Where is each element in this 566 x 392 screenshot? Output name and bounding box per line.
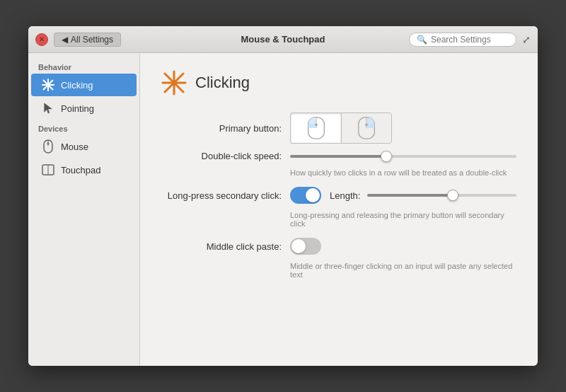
- long-press-row: Long-press secondary click: Length:: [161, 187, 516, 204]
- devices-section-label: Devices: [28, 120, 139, 134]
- mouse-sidebar-icon: [41, 139, 55, 154]
- back-button[interactable]: ◀ All Settings: [54, 33, 121, 47]
- titlebar: ✕ ◀ All Settings Mouse & Touchpad 🔍 ⤢: [28, 26, 538, 53]
- main-window: ✕ ◀ All Settings Mouse & Touchpad 🔍 ⤢ Be…: [28, 26, 538, 366]
- pointing-sidebar-icon: [41, 101, 55, 115]
- expand-button[interactable]: ⤢: [522, 34, 531, 45]
- behavior-section-label: Behavior: [28, 59, 139, 73]
- long-press-label: Long-press secondary click:: [161, 190, 282, 201]
- sidebar-item-pointing[interactable]: Pointing: [31, 97, 137, 120]
- svg-point-14: [171, 80, 177, 86]
- double-click-slider-container: [290, 155, 516, 158]
- middle-click-row: Middle click paste:: [161, 238, 516, 255]
- back-label: All Settings: [71, 35, 113, 45]
- content-area: Behavior Clicking: [28, 53, 538, 366]
- mouse-label: Mouse: [61, 142, 88, 152]
- primary-button-selector: [290, 113, 392, 144]
- close-button[interactable]: ✕: [35, 33, 48, 46]
- svg-point-4: [47, 83, 50, 86]
- long-press-hint: Long-pressing and releasing the primary …: [290, 211, 516, 228]
- middle-click-toggle-thumb: [291, 239, 306, 253]
- toggle-thumb: [306, 188, 320, 202]
- double-click-row: Double-click speed:: [161, 151, 516, 161]
- middle-click-toggle[interactable]: [290, 238, 321, 255]
- window-title: Mouse & Touchpad: [241, 34, 325, 45]
- back-chevron-icon: ◀: [62, 35, 68, 45]
- svg-point-19: [315, 123, 318, 126]
- search-input[interactable]: [431, 35, 509, 45]
- left-button-option[interactable]: [290, 113, 341, 144]
- touchpad-label: Touchpad: [61, 165, 100, 175]
- sidebar: Behavior Clicking: [28, 53, 140, 366]
- search-box[interactable]: 🔍: [409, 33, 516, 47]
- middle-click-hint: Middle or three-finger clicking on an in…: [290, 262, 516, 279]
- main-title: Clicking: [195, 74, 250, 92]
- long-press-toggle[interactable]: [290, 187, 321, 204]
- double-click-slider[interactable]: [290, 155, 516, 158]
- clicking-sidebar-icon: [41, 78, 55, 92]
- main-header-icon: [161, 70, 187, 96]
- double-click-hint: How quickly two clicks in a row will be …: [290, 168, 516, 177]
- primary-button-label: Primary button:: [161, 123, 282, 134]
- search-icon: 🔍: [417, 35, 427, 45]
- pointing-label: Pointing: [61, 103, 94, 114]
- touchpad-sidebar-icon: [41, 163, 55, 177]
- sidebar-item-mouse[interactable]: Mouse: [31, 135, 137, 158]
- length-row: Length:: [330, 190, 516, 201]
- sidebar-item-clicking[interactable]: Clicking: [31, 74, 137, 96]
- double-click-label: Double-click speed:: [161, 151, 282, 161]
- right-button-option[interactable]: [341, 113, 392, 144]
- main-panel: Clicking Primary button:: [140, 53, 538, 366]
- middle-click-label: Middle click paste:: [161, 241, 282, 252]
- primary-button-row: Primary button:: [161, 113, 516, 144]
- clicking-label: Clicking: [61, 80, 93, 91]
- length-label: Length:: [330, 190, 360, 201]
- length-slider[interactable]: [367, 194, 516, 197]
- svg-point-7: [47, 143, 50, 145]
- sidebar-item-touchpad[interactable]: Touchpad: [31, 158, 137, 181]
- svg-point-24: [365, 123, 368, 126]
- main-header: Clicking: [161, 70, 516, 96]
